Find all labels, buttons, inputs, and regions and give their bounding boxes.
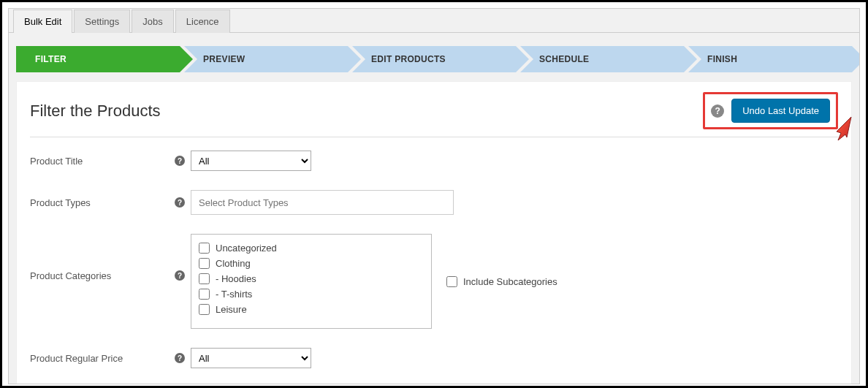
category-label: Clothing xyxy=(216,258,251,269)
category-label: - T-shirts xyxy=(216,289,252,300)
category-checkbox[interactable] xyxy=(199,243,210,254)
product-categories-label: Product Categories xyxy=(30,234,169,281)
help-icon[interactable]: ? xyxy=(175,197,185,208)
category-item[interactable]: - T-shirts xyxy=(199,286,424,302)
filter-panel: Filter the Products ? Undo Last Update xyxy=(16,81,852,384)
include-subcategories-label: Include Subcategories xyxy=(463,276,557,287)
admin-tabs: Bulk Edit Settings Jobs Licence xyxy=(9,9,859,33)
category-item[interactable]: Clothing xyxy=(199,256,424,271)
help-icon[interactable]: ? xyxy=(175,353,185,363)
category-label: - Hoodies xyxy=(216,273,256,284)
undo-last-update-button[interactable]: Undo Last Update xyxy=(731,99,830,123)
tab-bulk-edit[interactable]: Bulk Edit xyxy=(13,9,72,33)
wizard-stepper: FILTER PREVIEW EDIT PRODUCTS SCHEDULE FI… xyxy=(9,33,859,81)
step-edit-products[interactable]: EDIT PRODUCTS xyxy=(352,46,516,72)
product-regular-price-label: Product Regular Price xyxy=(30,353,169,364)
category-checkbox[interactable] xyxy=(199,273,210,284)
help-icon[interactable]: ? xyxy=(711,104,724,118)
category-item[interactable]: - Hoodies xyxy=(199,271,424,286)
category-checkbox[interactable] xyxy=(199,289,210,300)
include-subcategories[interactable]: Include Subcategories xyxy=(446,276,557,287)
undo-highlight-box: ? Undo Last Update xyxy=(703,92,838,129)
tab-licence[interactable]: Licence xyxy=(175,9,230,33)
product-title-select[interactable]: All xyxy=(191,151,311,171)
category-item[interactable]: Uncategorized xyxy=(199,240,424,256)
category-label: Uncategorized xyxy=(216,243,277,254)
tab-jobs[interactable]: Jobs xyxy=(132,9,173,33)
help-icon[interactable]: ? xyxy=(175,156,185,166)
step-finish[interactable]: FINISH xyxy=(688,46,852,72)
step-preview[interactable]: PREVIEW xyxy=(184,46,348,72)
category-label: Leisure xyxy=(216,304,247,315)
product-title-label: Product Title xyxy=(30,156,169,167)
product-types-input[interactable] xyxy=(191,190,454,215)
category-checkbox[interactable] xyxy=(199,258,210,269)
product-regular-price-select[interactable]: All xyxy=(191,348,311,368)
tab-settings[interactable]: Settings xyxy=(74,9,130,33)
include-subcategories-checkbox[interactable] xyxy=(446,276,457,287)
step-filter[interactable]: FILTER xyxy=(16,46,180,72)
help-icon[interactable]: ? xyxy=(175,270,185,281)
step-schedule[interactable]: SCHEDULE xyxy=(520,46,684,72)
page-title: Filter the Products xyxy=(30,102,161,121)
category-checkbox[interactable] xyxy=(199,304,210,315)
category-item[interactable]: Leisure xyxy=(199,302,424,317)
product-categories-list[interactable]: Uncategorized Clothing - Hoodies xyxy=(191,234,432,329)
product-types-label: Product Types xyxy=(30,197,169,208)
